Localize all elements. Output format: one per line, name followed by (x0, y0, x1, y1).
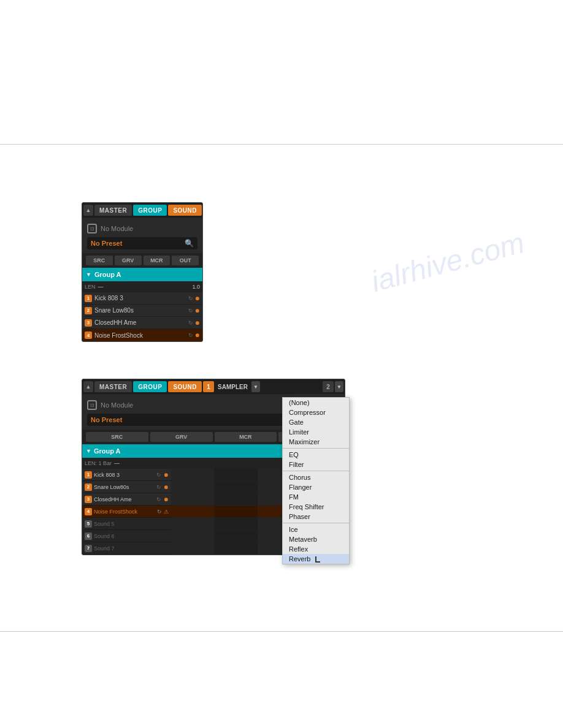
panel2-cell-1-1[interactable] (171, 469, 215, 480)
panel2-cell-7-2[interactable] (215, 542, 258, 554)
panel1-sound-icon-3a: ↻ (188, 320, 193, 326)
panel1-sound-icon-1a: ↻ (188, 295, 193, 301)
panel2-sound-row-7[interactable]: 7 Sound 7 (82, 542, 171, 555)
dropdown-item-freqshifter[interactable]: Freq Shifter (283, 502, 349, 512)
panel1-len-row: LEN — 1.0 (82, 281, 202, 292)
panel2-cell-6-1[interactable] (171, 530, 215, 542)
dropdown-item-maximizer[interactable]: Maximizer (283, 437, 349, 447)
panel1-sound-num-2: 2 (85, 307, 92, 314)
panel2-cell-2-1[interactable] (171, 481, 215, 493)
panel2-group-tab[interactable]: GROUP (133, 381, 167, 392)
panel1-group-header[interactable]: ▼ Group A (82, 268, 202, 281)
dropdown-item-reverb[interactable]: Reverb (283, 554, 349, 564)
panel2-sound-row-2[interactable]: 2 Snare Low80s ↻ ⏺ (82, 481, 171, 493)
panel1-no-preset-label: No Preset (91, 240, 122, 247)
panel2-sound-row-1[interactable]: 1 Kick 808 3 ↻ ⏺ (82, 469, 171, 481)
panel2-sname-4: Noise FrostShock (94, 509, 155, 515)
dropdown-item-eq[interactable]: EQ (283, 450, 349, 460)
panel1-sound-name-2: Snare Low80s (94, 307, 186, 314)
panel1-arrow-btn[interactable]: ▲ (83, 205, 93, 216)
panel2-master-tab[interactable]: MASTER (94, 381, 132, 392)
panel2-cell-5-1[interactable] (171, 518, 215, 529)
dropdown-item-none[interactable]: (None) (283, 398, 349, 408)
panel2-snum-5: 5 (85, 520, 92, 528)
panel2-cell-3-1[interactable] (171, 493, 215, 505)
panel1-sound-row-2[interactable]: 2 Snare Low80s ↻ ⏺ (82, 305, 202, 317)
panel2-sound-row-3[interactable]: 3 ClosedHH Ame ↻ ⏺ (82, 493, 171, 506)
panel1-sound-name-4: Noise FrostShock (94, 332, 186, 339)
panel1-len-label: LEN (85, 284, 96, 290)
panel1-out-btn[interactable]: OUT (172, 256, 199, 265)
panel2-sname-7: Sound 7 (94, 545, 169, 552)
panel1-group-tab[interactable]: GROUP (133, 205, 167, 216)
panel2-snum-1: 1 (85, 471, 92, 479)
dropdown-item-metaverb[interactable]: Metaverb (283, 534, 349, 544)
dropdown-item-flanger[interactable]: Flanger (283, 482, 349, 492)
panel2-sicon-1a: ↻ (156, 472, 161, 478)
panel2-tab-bar: ▲ MASTER GROUP SOUND 1 SAMPLER ▼ 2 ▼ (82, 379, 345, 394)
panel2-cell-4-2[interactable] (215, 506, 258, 517)
panel2-cell-5-2[interactable] (215, 518, 258, 529)
panel1-master-tab[interactable]: MASTER (94, 205, 132, 216)
dropdown-reverb-label: Reverb (289, 555, 310, 563)
panel2-cell-4-1[interactable] (171, 506, 215, 517)
panel2-sicon-3b: ⏺ (163, 496, 169, 502)
panel2-mcr-btn[interactable]: MCR (215, 432, 277, 442)
panel2-sound-row-6[interactable]: 6 Sound 6 (82, 530, 171, 542)
panel2-len-label: LEN: 1 Bar (85, 460, 112, 466)
panel2-sound-tab[interactable]: SOUND (168, 381, 202, 392)
panel1-sound-name-3: ClosedHH Ame (94, 319, 186, 326)
panel1-no-preset-row[interactable]: No Preset 🔍 (87, 237, 197, 249)
bottom-divider (0, 631, 563, 632)
dropdown-item-compressor[interactable]: Compressor (283, 408, 349, 417)
fx-dropdown-menu: (None) Compressor Gate Limiter Maximizer… (282, 397, 350, 564)
panel1-sound-row-3[interactable]: 3 ClosedHH Ame ↻ ⏺ (82, 317, 202, 329)
panel2-cell-3-2[interactable] (215, 493, 258, 505)
panel1-no-module-row: ⊡ No Module (87, 224, 197, 233)
dropdown-item-filter[interactable]: Filter (283, 460, 349, 469)
dropdown-item-phaser[interactable]: Phaser (283, 512, 349, 521)
panel2-sname-5: Sound 5 (94, 521, 169, 527)
panel1-sound-row-4[interactable]: 4 Noise FrostShock ↻ ⏺ (82, 329, 202, 341)
dropdown-item-limiter[interactable]: Limiter (283, 427, 349, 437)
panel1-search-icon[interactable]: 🔍 (185, 239, 194, 248)
panel2-sound-list: 1 Kick 808 3 ↻ ⏺ 2 Snare Low80s ↻ ⏺ 3 Cl… (82, 469, 171, 555)
panel2-cell-1-2[interactable] (215, 469, 258, 480)
panel1-sound-num-4: 4 (85, 332, 92, 339)
panel1-grv-btn[interactable]: GRV (115, 256, 142, 265)
panel2-sound-row-5[interactable]: 5 Sound 5 (82, 518, 171, 530)
panel2-slot1-btn[interactable]: 1 (203, 381, 214, 392)
panel2-sampler-dropdown[interactable]: ▼ (251, 381, 260, 392)
panel2-slot2-dropdown[interactable]: ▼ (335, 381, 343, 392)
dropdown-item-fm[interactable]: FM (283, 492, 349, 502)
panel2-arrow-btn[interactable]: ▲ (83, 381, 93, 392)
panel1-sound-icon-3b: ⏺ (194, 320, 200, 326)
dropdown-divider-1 (283, 448, 349, 449)
panel1-sound-tab[interactable]: SOUND (168, 205, 202, 216)
panel2-sound-row-4[interactable]: 4 Noise FrostShock ↻ ⚠ (82, 506, 171, 518)
dropdown-item-gate[interactable]: Gate (283, 417, 349, 427)
panel2-group-arrow: ▼ (86, 448, 91, 454)
panel2-cell-2-2[interactable] (215, 481, 258, 493)
watermark: ialrhive.com (367, 226, 528, 298)
dropdown-item-ice[interactable]: Ice (283, 525, 349, 534)
panel1-mcr-btn[interactable]: MCR (144, 256, 170, 265)
panel2-sname-3: ClosedHH Ame (94, 496, 155, 502)
page: ialrhive.com ▲ MASTER GROUP SOUND ⊡ No M… (0, 0, 563, 728)
panel2-grv-btn[interactable]: GRV (150, 432, 213, 442)
panel1-group-arrow: ▼ (86, 271, 91, 278)
panel1-sound-icon-2b: ⏺ (194, 308, 200, 314)
panel1-sound-row-1[interactable]: 1 Kick 808 3 ↻ ⏺ (82, 292, 202, 305)
panel2-cell-7-1[interactable] (171, 542, 215, 554)
dropdown-item-reflex[interactable]: Reflex (283, 544, 349, 554)
panel2-cell-6-2[interactable] (215, 530, 258, 542)
panel1-src-btn[interactable]: SRC (86, 256, 113, 265)
panel2-sicon-2a: ↻ (156, 484, 161, 490)
panel2-snum-2: 2 (85, 483, 92, 491)
panel2-sicon-4b: ⚠ (164, 509, 169, 515)
panel-1: ▲ MASTER GROUP SOUND ⊡ No Module No Pres… (82, 202, 203, 342)
panel2-src-btn[interactable]: SRC (86, 432, 148, 442)
panel2-slot2-btn[interactable]: 2 (323, 381, 334, 392)
panel2-sname-2: Snare Low80s (94, 484, 155, 490)
dropdown-item-chorus[interactable]: Chorus (283, 472, 349, 482)
